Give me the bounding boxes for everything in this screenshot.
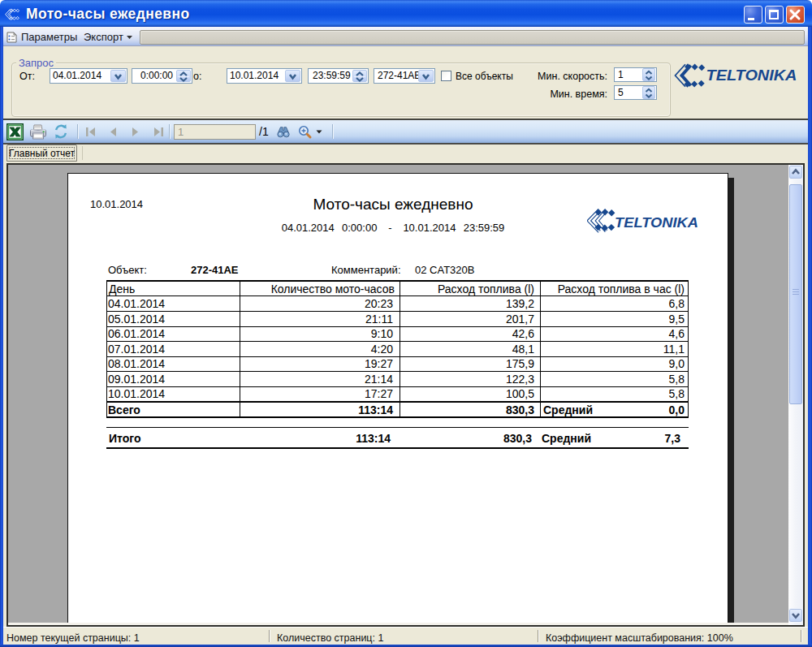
svg-text:TELTONIKA: TELTONIKA (615, 215, 698, 230)
svg-text:TELTONIKA: TELTONIKA (706, 67, 797, 84)
